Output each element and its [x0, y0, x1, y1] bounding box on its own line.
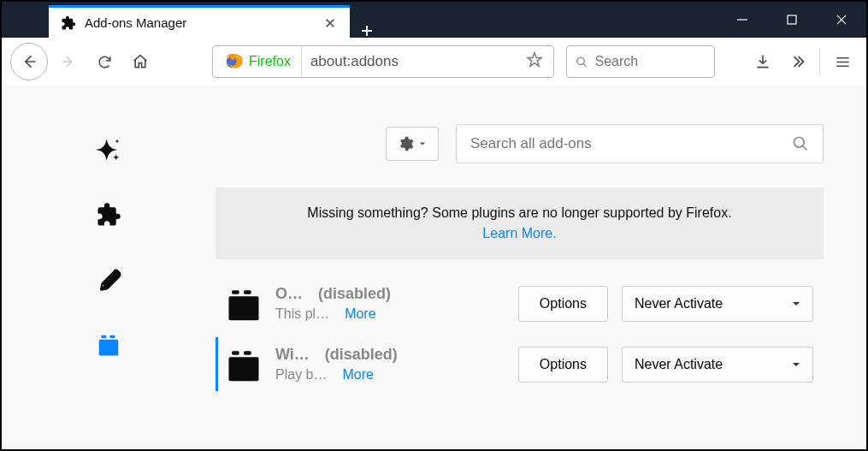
chevron-down-icon	[792, 360, 800, 369]
plugin-options-button[interactable]: Options	[518, 286, 608, 322]
search-bar[interactable]	[566, 45, 715, 78]
addon-search-bar[interactable]	[456, 124, 824, 163]
svg-rect-10	[229, 357, 259, 381]
notice-text: Missing something? Some plugins are no l…	[307, 205, 731, 220]
activate-value: Never Activate	[635, 296, 723, 312]
sidebar	[2, 86, 216, 449]
svg-rect-9	[244, 290, 251, 294]
content-area: Missing something? Some plugins are no l…	[2, 86, 866, 449]
reload-button[interactable]	[89, 46, 120, 77]
svg-point-2	[577, 57, 584, 64]
plugin-list: O… (disabled) This pl… More Options Neve…	[216, 276, 824, 391]
browser-tab[interactable]: Add-ons Manager	[49, 5, 350, 38]
plugin-activate-select[interactable]: Never Activate	[622, 286, 813, 322]
plugin-desc: This pl…	[275, 306, 329, 322]
back-button[interactable]	[10, 43, 48, 80]
plugin-desc: Play b…	[275, 367, 327, 383]
nav-toolbar: Firefox	[2, 38, 866, 86]
toolbar-buttons	[747, 46, 858, 77]
addon-search-input[interactable]	[470, 135, 792, 152]
plugin-icon	[226, 286, 262, 322]
sidebar-themes[interactable]	[96, 267, 121, 293]
plugin-name: Wi…	[275, 346, 310, 364]
svg-rect-8	[232, 290, 239, 294]
svg-rect-12	[244, 351, 251, 354]
gear-menu-button[interactable]	[386, 127, 439, 161]
plugin-status: (disabled)	[318, 285, 391, 303]
titlebar: Add-ons Manager	[2, 2, 866, 38]
plugin-icon	[226, 347, 262, 383]
puzzle-icon	[61, 15, 76, 31]
plugins-notice: Missing something? Some plugins are no l…	[216, 187, 824, 259]
chevron-down-icon	[792, 300, 800, 308]
plugin-status: (disabled)	[325, 346, 398, 364]
chevron-down-icon	[419, 140, 426, 147]
svg-rect-11	[232, 351, 239, 354]
forward-button	[53, 46, 84, 77]
search-input[interactable]	[594, 54, 706, 69]
search-icon	[792, 135, 809, 152]
url-bar[interactable]: Firefox	[212, 45, 554, 78]
gear-icon	[399, 136, 414, 151]
plugin-row[interactable]: Wi… (disabled) Play b… More Options Neve…	[216, 337, 824, 391]
close-window-button[interactable]	[817, 2, 866, 38]
plugin-name: O…	[275, 285, 303, 303]
plugin-text: O… (disabled) This pl… More	[275, 285, 464, 322]
tab-close-button[interactable]	[322, 15, 338, 31]
tab-title: Add-ons Manager	[85, 15, 322, 30]
sidebar-recommendations[interactable]	[96, 137, 121, 163]
plugin-activate-select[interactable]: Never Activate	[622, 347, 813, 383]
overflow-button[interactable]	[782, 46, 812, 77]
plugin-row[interactable]: O… (disabled) This pl… More Options Neve…	[216, 276, 824, 330]
plugin-actions: Options Never Activate	[518, 286, 813, 322]
activate-value: Never Activate	[635, 357, 723, 372]
tab-strip: Add-ons Manager	[2, 2, 717, 38]
bookmark-star-button[interactable]	[516, 51, 553, 72]
plugin-options-button[interactable]: Options	[518, 347, 608, 383]
window-controls	[717, 2, 866, 38]
sidebar-extensions[interactable]	[96, 202, 121, 228]
home-button[interactable]	[125, 46, 156, 77]
svg-rect-5	[109, 335, 115, 338]
svg-rect-4	[101, 335, 106, 338]
plugin-more-link[interactable]: More	[342, 367, 373, 383]
sidebar-plugins[interactable]	[96, 332, 121, 358]
hamburger-menu-button[interactable]	[827, 46, 858, 77]
downloads-button[interactable]	[747, 46, 778, 77]
plugin-text: Wi… (disabled) Play b… More	[275, 346, 464, 383]
plugin-actions: Options Never Activate	[518, 347, 813, 383]
main-panel: Missing something? Some plugins are no l…	[216, 86, 866, 449]
identity-box[interactable]: Firefox	[213, 46, 302, 77]
separator	[819, 49, 820, 74]
search-icon	[576, 55, 588, 69]
identity-label: Firefox	[249, 54, 291, 69]
plugin-more-link[interactable]: More	[345, 306, 375, 322]
learn-more-link[interactable]: Learn More.	[482, 226, 556, 240]
svg-rect-7	[229, 296, 259, 320]
svg-rect-3	[99, 340, 119, 356]
panel-header	[216, 86, 824, 187]
svg-point-6	[794, 138, 805, 148]
minimize-button[interactable]	[717, 2, 767, 38]
firefox-logo-icon	[223, 52, 242, 71]
new-tab-button[interactable]	[354, 24, 380, 38]
maximize-button[interactable]	[767, 2, 817, 38]
url-input[interactable]	[302, 53, 516, 70]
svg-rect-0	[788, 15, 796, 24]
